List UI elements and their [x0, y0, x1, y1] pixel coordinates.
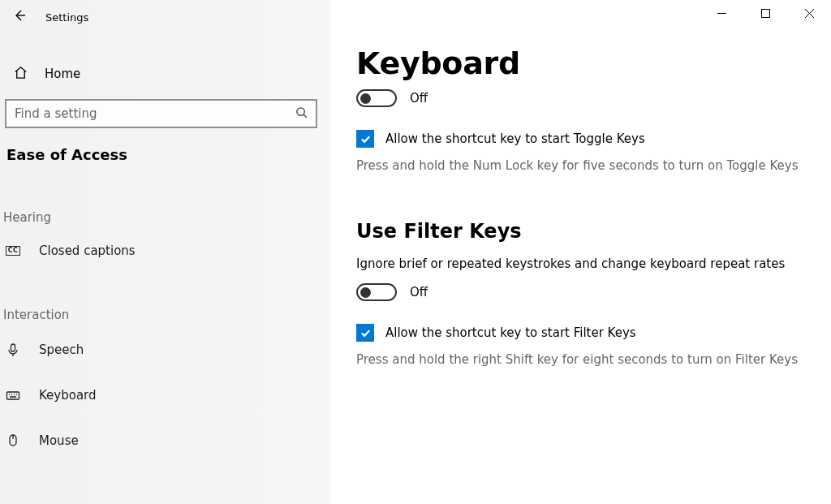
toggle-state-label: Off: [410, 285, 428, 299]
section-desc-filter-keys: Ignore brief or repeated keystrokes and …: [356, 256, 805, 272]
toggle-keys-hint: Press and hold the Num Lock key for five…: [356, 157, 805, 174]
nav-home-label: Home: [45, 67, 80, 81]
group-label-interaction: Interaction: [0, 308, 330, 322]
sidebar-item-label: Keyboard: [39, 388, 97, 403]
search-box[interactable]: [5, 99, 317, 128]
filter-keys-toggle[interactable]: [356, 283, 397, 301]
filter-keys-toggle-row: Off: [356, 283, 805, 301]
window-title: Settings: [45, 11, 88, 24]
svg-rect-1: [11, 344, 15, 351]
toggle-state-label: Off: [410, 91, 428, 106]
svg-rect-2: [7, 392, 19, 399]
home-icon: [13, 65, 28, 84]
nav-home[interactable]: Home: [0, 57, 330, 91]
back-icon[interactable]: [13, 9, 26, 25]
sidebar-item-speech[interactable]: Speech: [0, 332, 330, 368]
sidebar-item-closed-captions[interactable]: CC Closed captions: [0, 233, 330, 269]
group-label-hearing: Hearing: [0, 210, 330, 225]
search-icon: [295, 106, 308, 122]
minimize-button[interactable]: [700, 0, 743, 26]
close-button[interactable]: [787, 0, 831, 26]
filter-keys-shortcut-checkbox[interactable]: [356, 324, 374, 342]
sidebar-item-label: Mouse: [39, 433, 79, 448]
sidebar-item-keyboard[interactable]: Keyboard: [0, 377, 330, 413]
category-heading: Ease of Access: [0, 146, 330, 163]
svg-point-0: [297, 107, 304, 114]
section-title-filter-keys: Use Filter Keys: [356, 220, 805, 243]
sidebar-item-label: Speech: [39, 342, 84, 357]
toggle-keys-toggle[interactable]: [356, 89, 397, 107]
search-input[interactable]: [15, 106, 295, 121]
filter-keys-hint: Press and hold the right Shift key for e…: [356, 351, 805, 368]
toggle-keys-toggle-row: Off: [356, 89, 805, 107]
mouse-icon: [5, 433, 21, 448]
svg-rect-4: [761, 9, 769, 17]
page-title: Keyboard: [356, 45, 805, 81]
closed-captions-icon: CC: [5, 246, 21, 256]
filter-keys-shortcut-checkbox-row: Allow the shortcut key to start Filter K…: [356, 324, 805, 342]
window-controls: [700, 0, 831, 26]
toggle-keys-shortcut-checkbox-row: Allow the shortcut key to start Toggle K…: [356, 130, 805, 148]
toggle-keys-shortcut-checkbox[interactable]: [356, 130, 374, 148]
content: Keyboard Off Allow the shortcut key to s…: [330, 0, 831, 504]
checkbox-label: Allow the shortcut key to start Toggle K…: [385, 131, 645, 146]
titlebar: Settings: [0, 5, 330, 29]
sidebar: Settings Home Ease of Access Hearing CC …: [0, 0, 330, 504]
maximize-button[interactable]: [743, 0, 787, 26]
sidebar-item-label: Closed captions: [39, 243, 136, 258]
checkbox-label: Allow the shortcut key to start Filter K…: [385, 325, 636, 340]
keyboard-icon: [5, 388, 21, 403]
microphone-icon: [5, 342, 21, 357]
sidebar-item-mouse[interactable]: Mouse: [0, 423, 330, 459]
